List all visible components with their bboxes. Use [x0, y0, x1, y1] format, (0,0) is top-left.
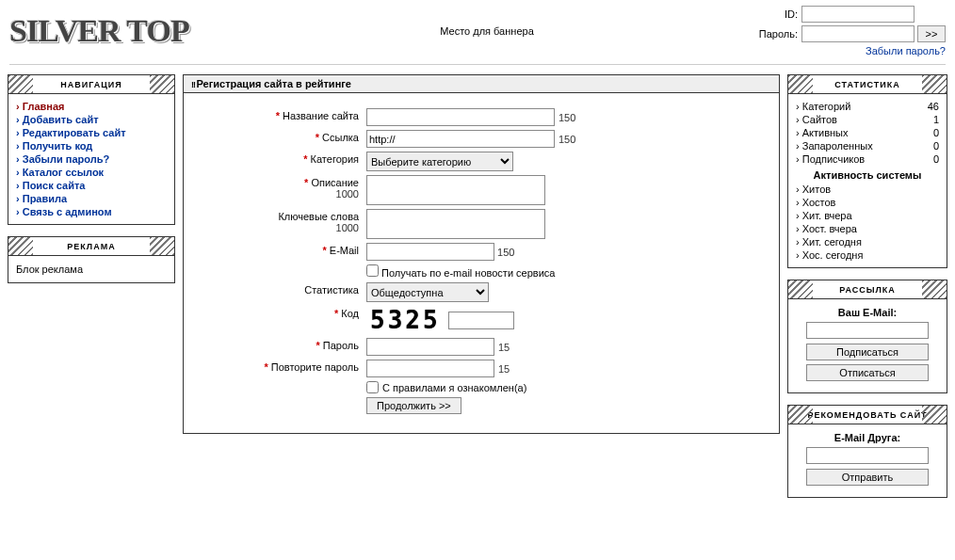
stats-label: Статистика [304, 284, 359, 296]
pass-label: Пароль [323, 340, 359, 351]
stat-row: Запароленных0 [796, 139, 939, 152]
nav-item[interactable]: Поиск сайта [16, 179, 167, 192]
login-submit-button[interactable]: >> [917, 25, 946, 42]
nav-list: ГлавнаяДобавить сайтРедактировать сайтПо… [16, 100, 167, 218]
recommend-label: E-Mail Друга: [796, 432, 939, 443]
desc-label: Описание [311, 177, 359, 188]
subscribe-panel: РАССЫЛКА Ваш E-Mail: Подписаться Отписат… [787, 280, 947, 393]
banner-slot: Место для баннера [254, 25, 720, 37]
name-label: Название сайта [283, 110, 359, 121]
header: SILVER TOP Место для баннера ID: Пароль:… [0, 0, 955, 62]
nav-item[interactable]: Каталог ссылок [16, 166, 167, 179]
subscribe-panel-title: РАССЫЛКА [788, 280, 947, 299]
password-label: Пароль: [759, 28, 798, 40]
nav-panel-title: НАВИГАЦИЯ [8, 75, 174, 94]
recommend-panel-title: РЕКОМЕНДОВАТЬ САЙТ [788, 406, 947, 424]
nav-panel: НАВИГАЦИЯ ГлавнаяДобавить сайтРедактиров… [8, 74, 175, 225]
email-limit: 150 [497, 247, 514, 258]
rules-label: С правилами я ознакомлен(а) [382, 382, 526, 393]
password-input[interactable] [801, 25, 915, 42]
news-checkbox[interactable] [366, 264, 379, 277]
divider [9, 64, 946, 65]
kw-label: Ключевые слова [278, 211, 359, 222]
ad-panel-title: РЕКЛАМА [8, 237, 174, 256]
desc-textarea[interactable] [366, 175, 545, 205]
pass-limit: 15 [498, 342, 510, 353]
stats-select[interactable]: Общедоступна [366, 282, 489, 302]
rules-checkbox[interactable] [366, 381, 379, 393]
registration-title: Регистрация сайта в рейтинге [184, 75, 779, 93]
news-label: Получать по e-mail новости сервиса [381, 267, 555, 279]
submit-button[interactable]: Продолжить >> [366, 397, 461, 414]
link-limit: 150 [558, 134, 575, 145]
link-input[interactable] [366, 130, 555, 148]
pass2-input[interactable] [366, 360, 494, 377]
forgot-password-link[interactable]: Забыли пароль? [720, 45, 946, 56]
category-select[interactable]: Выберите категорию [366, 152, 513, 171]
activity-list: ХитовХостовХит. вчераХост. вчераХит. сег… [796, 183, 939, 262]
link-label: Ссылка [322, 132, 359, 143]
nav-item[interactable]: Добавить сайт [16, 113, 167, 126]
nav-item[interactable]: Редактировать сайт [16, 126, 167, 139]
pass2-label: Повторите пароль [271, 361, 359, 373]
stats-panel: СТАТИСТИКА Категорий46Сайтов1Активных0За… [787, 74, 947, 268]
captcha-image: 5325 [366, 306, 445, 334]
desc-limit: 1000 [336, 188, 359, 200]
recommend-panel: РЕКОМЕНДОВАТЬ САЙТ E-Mail Друга: Отправи… [787, 405, 947, 498]
ad-text: Блок реклама [8, 256, 174, 282]
unsubscribe-button[interactable]: Отписаться [806, 364, 929, 381]
subscribe-label: Ваш E-Mail: [796, 307, 939, 318]
nav-item[interactable]: Получить код [16, 139, 167, 152]
logo: SILVER TOP [9, 13, 254, 49]
nav-item[interactable]: Главная [16, 100, 167, 113]
email-input[interactable] [366, 243, 494, 261]
stat-row: Активных0 [796, 126, 939, 139]
subscribe-button[interactable]: Подписаться [806, 344, 929, 360]
code-label: Код [341, 308, 359, 319]
ad-panel: РЕКЛАМА Блок реклама [8, 236, 175, 283]
nav-item[interactable]: Связь с админом [16, 205, 167, 218]
activity-title: Активность системы [796, 166, 939, 183]
nav-item[interactable]: Правила [16, 192, 167, 205]
registration-panel: Регистрация сайта в рейтинге * Название … [183, 74, 780, 434]
activity-row: Хит. сегодня [796, 235, 939, 248]
activity-row: Хитов [796, 183, 939, 196]
pass2-limit: 15 [498, 363, 510, 375]
pass-input[interactable] [366, 338, 494, 356]
name-input[interactable] [366, 108, 555, 126]
activity-row: Хит. вчера [796, 209, 939, 222]
id-input[interactable] [801, 6, 915, 23]
stat-row: Подписчиков0 [796, 152, 939, 166]
name-limit: 150 [558, 112, 575, 123]
id-label: ID: [785, 8, 798, 20]
code-input[interactable] [448, 312, 514, 329]
recommend-email-input[interactable] [806, 447, 929, 464]
activity-row: Хост. вчера [796, 222, 939, 235]
kw-textarea[interactable] [366, 209, 545, 239]
subscribe-email-input[interactable] [806, 322, 929, 339]
activity-row: Хостов [796, 196, 939, 209]
stats-panel-title: СТАТИСТИКА [788, 75, 947, 94]
stats-list: Категорий46Сайтов1Активных0Запароленных0… [796, 100, 939, 166]
email-label: E-Mail [330, 245, 359, 256]
login-box: ID: Пароль: >> Забыли пароль? [720, 6, 946, 56]
kw-limit: 1000 [336, 222, 359, 233]
category-label: Категория [311, 153, 359, 165]
stat-row: Сайтов1 [796, 113, 939, 126]
recommend-send-button[interactable]: Отправить [806, 469, 929, 486]
stat-row: Категорий46 [796, 100, 939, 113]
nav-item[interactable]: Забыли пароль? [16, 152, 167, 166]
activity-row: Хос. сегодня [796, 248, 939, 262]
